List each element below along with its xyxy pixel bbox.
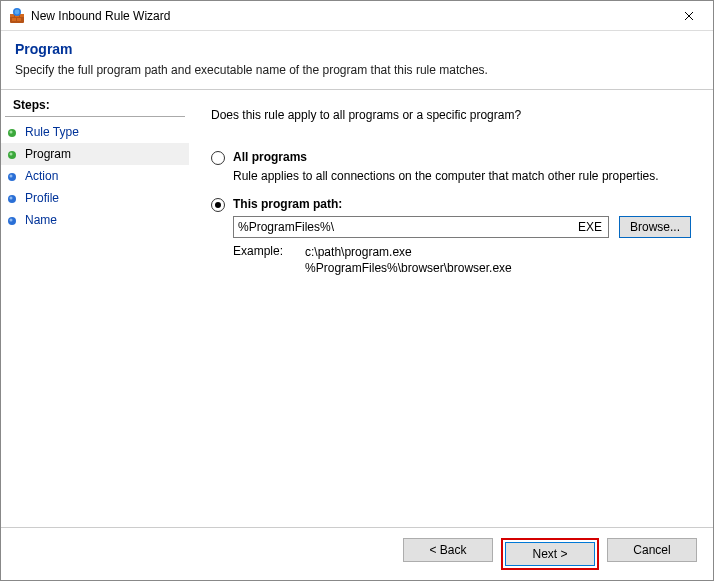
- step-link[interactable]: Name: [25, 213, 57, 227]
- wizard-content: Does this rule apply to all programs or …: [189, 90, 713, 527]
- close-button[interactable]: [669, 2, 709, 30]
- svg-point-15: [10, 197, 13, 200]
- radio-program-path[interactable]: [211, 198, 225, 212]
- program-path-value: %ProgramFiles%\: [234, 220, 572, 234]
- steps-label: Steps:: [5, 94, 185, 117]
- wizard-footer: < Back Next > Cancel: [1, 527, 713, 580]
- svg-point-17: [10, 219, 13, 222]
- next-button[interactable]: Next >: [505, 542, 595, 566]
- svg-rect-4: [12, 18, 16, 21]
- page-subtext: Specify the full program path and execut…: [15, 63, 699, 77]
- radio-all-programs[interactable]: [211, 151, 225, 165]
- step-link[interactable]: Action: [25, 169, 58, 183]
- svg-rect-1: [10, 14, 14, 17]
- wizard-window: New Inbound Rule Wizard Program Specify …: [0, 0, 714, 581]
- program-path-input[interactable]: %ProgramFiles%\ EXE: [233, 216, 609, 238]
- bullet-icon: [7, 171, 17, 181]
- option-all-desc: Rule applies to all connections on the c…: [233, 169, 691, 183]
- step-link[interactable]: Rule Type: [25, 125, 79, 139]
- step-action[interactable]: Action: [1, 165, 189, 187]
- program-path-ext: EXE: [572, 220, 608, 234]
- bullet-icon: [7, 215, 17, 225]
- option-all-label: All programs: [233, 150, 307, 164]
- svg-rect-3: [20, 14, 24, 17]
- svg-point-9: [10, 131, 13, 134]
- option-program-path[interactable]: This program path:: [211, 197, 691, 212]
- step-link[interactable]: Profile: [25, 191, 59, 205]
- window-title: New Inbound Rule Wizard: [31, 9, 669, 23]
- example-block: Example: c:\path\program.exe %ProgramFil…: [233, 244, 691, 276]
- titlebar: New Inbound Rule Wizard: [1, 1, 713, 31]
- bullet-icon: [7, 193, 17, 203]
- steps-sidebar: Steps: Rule Type Program Action: [1, 90, 189, 527]
- cancel-button[interactable]: Cancel: [607, 538, 697, 562]
- page-heading: Program: [15, 41, 699, 57]
- example-label: Example:: [233, 244, 283, 258]
- option-path-label: This program path:: [233, 197, 342, 211]
- bullet-icon: [7, 149, 17, 159]
- example-path-2: %ProgramFiles%\browser\browser.exe: [305, 260, 512, 276]
- bullet-icon: [7, 127, 17, 137]
- step-link[interactable]: Program: [25, 147, 71, 161]
- step-rule-type[interactable]: Rule Type: [1, 121, 189, 143]
- wizard-header: Program Specify the full program path an…: [1, 31, 713, 90]
- firewall-icon: [9, 8, 25, 24]
- step-program[interactable]: Program: [1, 143, 189, 165]
- step-profile[interactable]: Profile: [1, 187, 189, 209]
- next-highlight: Next >: [501, 538, 599, 570]
- step-name[interactable]: Name: [1, 209, 189, 231]
- question-text: Does this rule apply to all programs or …: [211, 108, 691, 122]
- example-path-1: c:\path\program.exe: [305, 244, 512, 260]
- svg-rect-5: [17, 18, 21, 21]
- option-all-programs[interactable]: All programs: [211, 150, 691, 165]
- svg-point-13: [10, 175, 13, 178]
- browse-button[interactable]: Browse...: [619, 216, 691, 238]
- back-button[interactable]: < Back: [403, 538, 493, 562]
- svg-point-7: [15, 9, 20, 14]
- svg-point-11: [10, 153, 13, 156]
